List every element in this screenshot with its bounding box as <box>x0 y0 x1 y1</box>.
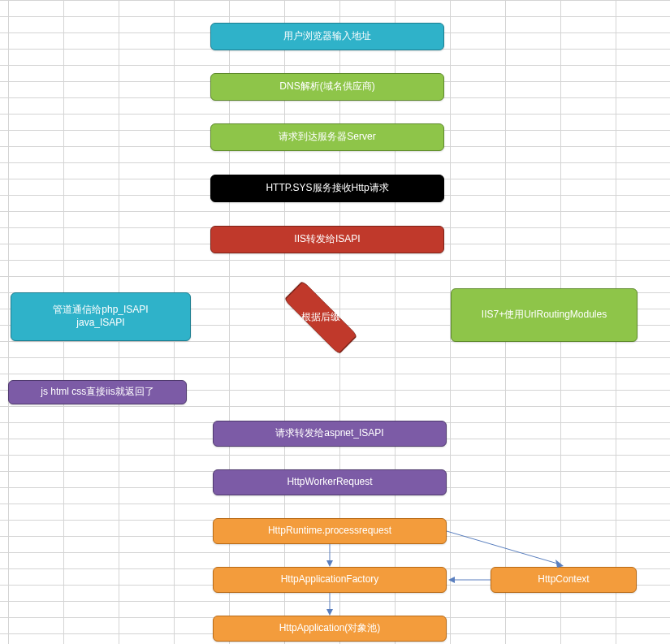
node-httpapplication: HttpApplication(对象池) <box>213 616 447 642</box>
node-pipe-php-java: 管道通信给php_ISAPI java_ISAPI <box>11 292 191 341</box>
node-httpworkerrequest: HttpWorkerRequest <box>213 469 447 495</box>
node-dns: DNS解析(域名供应商) <box>210 73 444 101</box>
node-user-input: 用户浏览器输入地址 <box>210 23 444 50</box>
node-server: 请求到达服务器Server <box>210 123 444 151</box>
node-httpsys: HTTP.SYS服务接收Http请求 <box>210 175 444 202</box>
node-aspnet-isapi: 请求转发给aspnet_ISAPI <box>213 421 447 447</box>
node-iis-isapi: IIS转发给ISAPI <box>210 226 444 253</box>
node-pipe-php-java-label: 管道通信给php_ISAPI java_ISAPI <box>53 304 148 329</box>
node-decision-suffix: 根据后缀 <box>244 295 398 339</box>
node-httpcontext: HttpContext <box>491 567 637 593</box>
node-iis7-routing: IIS7+使用UrlRoutingModules <box>451 288 638 342</box>
node-static-return: js html css直接iis就返回了 <box>8 380 187 404</box>
node-appfactory: HttpApplicationFactory <box>213 567 447 593</box>
node-decision-suffix-label: 根据后缀 <box>301 310 340 324</box>
node-httpruntime: HttpRuntime.processrequest <box>213 518 447 544</box>
